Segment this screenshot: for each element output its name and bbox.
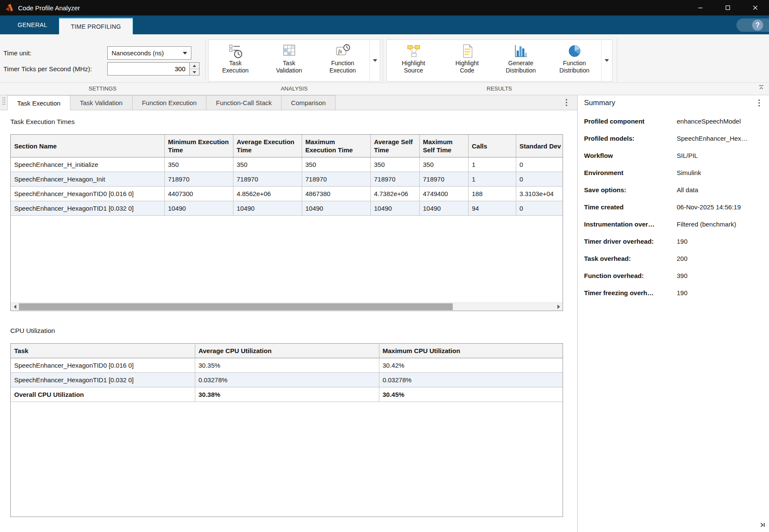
group-separator	[617, 39, 617, 82]
table-cell: 350	[302, 157, 370, 172]
summary-item-value: Filtered (benchmark)	[677, 221, 766, 228]
table-row[interactable]: SpeechEnhancer_H_initialize3503503503503…	[11, 157, 563, 172]
highlight-source-label: Highlight Source	[402, 60, 425, 74]
summary-item-value: 06-Nov-2025 14:56:19	[677, 203, 766, 211]
expand-panel-button[interactable]	[759, 521, 766, 529]
summary-item-task-overhead: Task overhead:200	[584, 254, 766, 271]
column-header-task[interactable]: Task	[11, 344, 195, 358]
time-unit-value: Nanoseconds (ns)	[112, 49, 164, 57]
table-cell: 718970	[370, 172, 419, 187]
summary-item-value: enhanceSpeechModel	[677, 118, 766, 125]
table-cell: 10490	[233, 201, 302, 216]
horizontal-scrollbar[interactable]	[11, 302, 563, 311]
scroll-right-button[interactable]	[554, 303, 563, 311]
task-validation-button[interactable]: Task Validation	[262, 40, 316, 81]
column-header-calls[interactable]: Calls	[468, 135, 516, 157]
function-distribution-button[interactable]: Function Distribution	[548, 40, 601, 81]
analysis-dropdown-button[interactable]	[369, 40, 380, 81]
spinner-up-button[interactable]	[190, 63, 199, 69]
column-header-average-execution-time[interactable]: Average Execution Time	[233, 135, 302, 157]
tab-overflow-menu[interactable]	[562, 98, 571, 107]
table-cell: 10490	[302, 201, 370, 216]
timer-ticks-input[interactable]	[107, 62, 190, 76]
close-button[interactable]	[742, 0, 769, 15]
table-cell: 4749400	[419, 187, 468, 201]
minimize-button[interactable]	[687, 0, 714, 15]
table-cell: 188	[468, 187, 516, 201]
table-cell: 350	[233, 157, 302, 172]
highlight-code-button[interactable]: Highlight Code	[440, 40, 494, 81]
table-cell: 30.35%	[195, 358, 379, 373]
data-table: TaskAverage CPU UtilizationMaximum CPU U…	[11, 344, 563, 402]
table-row[interactable]: SpeechEnhancer_HexagonTID1 [0.032 0]1049…	[11, 201, 563, 216]
cpu-utilization-heading: CPU Utilization	[10, 327, 55, 335]
results-group-panel: Highlight SourceHighlight CodeGenerate D…	[386, 39, 612, 82]
triangle-down-icon	[193, 71, 196, 73]
scrollbar-thumb[interactable]	[19, 303, 453, 310]
task-execution-icon	[228, 43, 243, 59]
summary-menu-button[interactable]	[754, 98, 764, 108]
tabstrip-grip[interactable]	[2, 97, 6, 107]
column-header-average-cpu-utilization[interactable]: Average CPU Utilization	[195, 344, 379, 358]
column-header-section-name[interactable]: Section Name	[11, 135, 164, 157]
cpu-table-container: TaskAverage CPU UtilizationMaximum CPU U…	[10, 343, 563, 517]
titlebar: Code Profile Analyzer	[0, 0, 769, 15]
summary-item-workflow: WorkflowSIL/PIL	[584, 151, 766, 168]
function-execution-icon: fx	[335, 43, 351, 59]
column-header-average-self-time[interactable]: Average Self Time	[370, 135, 419, 157]
function-execution-label: Function Execution	[330, 60, 356, 74]
collapse-ribbon-button[interactable]	[757, 84, 765, 91]
table-cell: 4.8562e+06	[233, 187, 302, 201]
function-execution-button[interactable]: fxFunction Execution	[316, 40, 369, 81]
generate-distribution-button[interactable]: Generate Distribution	[494, 40, 548, 81]
summary-item-timer-driver-overhead: Timer driver overhead:190	[584, 237, 766, 254]
timer-ticks-label: Timer Ticks per Second (MHz):	[3, 65, 92, 73]
column-header-standard-dev[interactable]: Standard Dev	[516, 135, 563, 157]
table-cell: 4.7382e+06	[370, 187, 419, 201]
ribbon-tabbar: GENERALTIME PROFILING ?	[0, 15, 769, 34]
ribbon-tab-general[interactable]: GENERAL	[6, 15, 59, 34]
ribbon: Time unit: Nanoseconds (ns) Timer Ticks …	[0, 34, 769, 95]
task-execution-table-container: Section NameMinimum Execution TimeAverag…	[10, 134, 563, 311]
table-row[interactable]: Overall CPU Utilization30.38%30.45%	[11, 387, 563, 402]
doc-tab-function-call-stack[interactable]: Function-Call Stack	[206, 95, 282, 110]
task-execution-button[interactable]: Task Execution	[209, 40, 262, 81]
column-header-minimum-execution-time[interactable]: Minimum Execution Time	[164, 135, 233, 157]
table-cell: 0	[516, 201, 563, 216]
column-header-maximum-self-time[interactable]: Maximum Self Time	[419, 135, 468, 157]
column-header-maximum-cpu-utilization[interactable]: Maximum CPU Utilization	[379, 344, 563, 358]
scrollbar-track[interactable]	[19, 303, 554, 311]
doc-tab-comparison[interactable]: Comparison	[281, 95, 336, 110]
highlight-source-button[interactable]: Highlight Source	[387, 40, 440, 81]
summary-item-value: Simulink	[677, 169, 766, 176]
table-row[interactable]: SpeechEnhancer_Hexagon_Init7189707189707…	[11, 172, 563, 187]
help-button[interactable]: ?	[752, 19, 763, 31]
scroll-left-button[interactable]	[11, 303, 19, 311]
table-row[interactable]: SpeechEnhancer_HexagonTID0 [0.016 0]4407…	[11, 187, 563, 201]
results-dropdown-button[interactable]	[601, 40, 612, 81]
table-cell: Overall CPU Utilization	[11, 387, 195, 402]
time-unit-select[interactable]: Nanoseconds (ns)	[107, 46, 191, 60]
kebab-icon	[566, 99, 567, 106]
table-row[interactable]: SpeechEnhancer_HexagonTID0 [0.016 0]30.3…	[11, 358, 563, 373]
analysis-group-label: ANALYSIS	[208, 85, 380, 92]
maximize-button[interactable]	[714, 0, 742, 15]
window-controls	[687, 0, 769, 15]
task-validation-icon	[282, 43, 297, 59]
summary-item-value: 390	[677, 272, 766, 279]
table-cell: 4407300	[164, 187, 233, 201]
column-header-maximum-execution-time[interactable]: Maximum Execution Time	[302, 135, 370, 157]
highlight-code-icon	[460, 43, 475, 59]
summary-item-timer-freezing-overh: Timer freezing overh…190	[584, 288, 766, 305]
main-area: Task ExecutionTask ValidationFunction Ex…	[0, 95, 769, 532]
settings-group-label: SETTINGS	[0, 85, 205, 92]
doc-tab-function-execution[interactable]: Function Execution	[132, 95, 207, 110]
doc-tab-task-execution[interactable]: Task Execution	[7, 95, 70, 110]
ribbon-tab-time-profiling[interactable]: TIME PROFILING	[59, 18, 133, 34]
spinner-down-button[interactable]	[190, 69, 199, 75]
table-row[interactable]: SpeechEnhancer_HexagonTID1 [0.032 0]0.03…	[11, 373, 563, 387]
document-pane: Task ExecutionTask ValidationFunction Ex…	[0, 95, 578, 532]
doc-tab-task-validation[interactable]: Task Validation	[70, 95, 133, 110]
analysis-buttons: Task ExecutionTask ValidationfxFunction …	[209, 40, 369, 81]
maximize-icon	[725, 5, 730, 10]
